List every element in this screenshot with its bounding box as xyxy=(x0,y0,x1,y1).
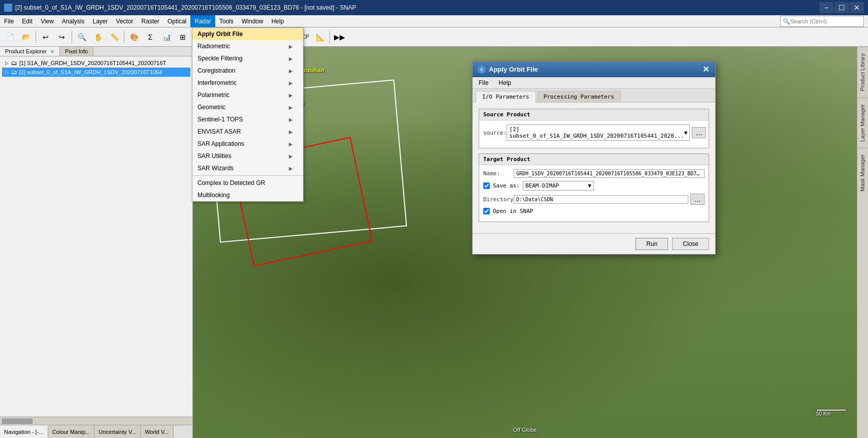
scroll-thumb[interactable] xyxy=(2,419,32,424)
source-input-group: [2] subset_0_of_S1A_IW_GRDH_1SDV_2020071… xyxy=(507,124,706,141)
dd-speckle-filtering[interactable]: Speckle Filtering ▶ xyxy=(192,52,303,65)
ruler-button[interactable]: 📏 xyxy=(107,29,122,45)
menu-analysis[interactable]: Analysis xyxy=(58,15,89,27)
tab-uncertainty[interactable]: Uncertainty V... xyxy=(94,425,141,438)
format-dropdown[interactable]: BEAM-DIMAP ▼ xyxy=(523,181,594,191)
dd-sentinel-tops[interactable]: Sentinel-1 TOPS ▶ xyxy=(192,113,303,126)
dialog-menu-file[interactable]: File xyxy=(477,78,490,87)
sentinel-tops-label: Sentinel-1 TOPS xyxy=(197,116,243,123)
menu-radar[interactable]: Radar xyxy=(190,15,215,27)
coregistration-label: Coregistration xyxy=(197,67,236,74)
minimize-button[interactable]: − xyxy=(819,2,833,13)
product-explorer[interactable]: ▷ 🗂 [1] S1A_IW_GRDH_1SDV_20200716T105441… xyxy=(0,56,192,417)
right-panels: Product Library Layer Manager Mask Manag… xyxy=(857,47,868,438)
save-as-checkbox[interactable] xyxy=(483,182,490,189)
dialog-menu-help[interactable]: Help xyxy=(496,78,513,87)
menu-tools[interactable]: Tools xyxy=(215,15,238,27)
menu-edit[interactable]: Edit xyxy=(18,15,37,27)
tab-world-view[interactable]: World V... xyxy=(141,425,173,438)
menu-window[interactable]: Window xyxy=(238,15,268,27)
apply-orbit-file-label: Apply Orbit File xyxy=(197,30,243,38)
dd-sar-applications[interactable]: SAR Applications ▶ xyxy=(192,138,303,150)
sar-app-arrow: ▶ xyxy=(289,141,293,147)
menu-layer[interactable]: Layer xyxy=(89,15,112,27)
dd-geometric[interactable]: Geometric ▶ xyxy=(192,101,303,113)
undo-button[interactable]: ↩ xyxy=(38,29,53,45)
radar-dropdown: Apply Orbit File Radiometric ▶ Speckle F… xyxy=(192,27,304,202)
right-panel-mask-manager[interactable]: Mask Manager xyxy=(857,148,869,198)
directory-field[interactable]: D:\Data\CSDN xyxy=(514,195,688,204)
horizontal-scrollbar[interactable] xyxy=(0,417,192,425)
dd-complex-detected[interactable]: Complex to Detected GR xyxy=(192,177,303,189)
geometric-arrow: ▶ xyxy=(289,105,293,110)
tab-product-explorer[interactable]: Product Explorer ✕ xyxy=(0,47,60,56)
source-label: source: xyxy=(483,130,507,136)
dd-multilooking[interactable]: Multilooking xyxy=(192,189,303,201)
tab-colour-manip[interactable]: Colour Manip... xyxy=(48,425,95,438)
source-product-title: Source Product xyxy=(479,109,709,120)
dd-interferometric[interactable]: Interferometric ▶ xyxy=(192,77,303,89)
dd-apply-orbit-file[interactable]: Apply Orbit File xyxy=(192,28,303,40)
close-window-button[interactable]: ✕ xyxy=(850,2,864,13)
dd-polarimetric[interactable]: Polarimetric ▶ xyxy=(192,89,303,101)
source-dropdown[interactable]: [2] subset_0_of_S1A_IW_GRDH_1SDV_2020071… xyxy=(507,124,690,141)
pan-button[interactable]: ✋ xyxy=(90,29,106,45)
expand-icon-2: ▷ xyxy=(4,70,9,75)
toolbar: 📄 📂 ↩ ↪ 🔍 ✋ 📏 🎨 Σ 📊 ⊞ 📌 GCP 📈 ✏ ↖ 🔍 GCP … xyxy=(0,27,868,47)
color-button[interactable]: 🎨 xyxy=(126,29,142,45)
map-footer: Off Globe xyxy=(513,427,537,433)
product-label-1: [1] S1A_IW_GRDH_1SDV_20200716T105441_202… xyxy=(19,60,166,66)
measure-button[interactable]: 📐 xyxy=(312,29,327,45)
dialog-tab-io[interactable]: I/O Parameters xyxy=(476,91,536,103)
more-button[interactable]: ▶▶ xyxy=(332,29,347,45)
dd-sar-utilities[interactable]: SAR Utilities ▶ xyxy=(192,150,303,162)
dd-envisat-asar[interactable]: ENVISAT ASAR ▶ xyxy=(192,126,303,138)
new-button[interactable]: 📄 xyxy=(2,29,17,45)
radiometric-label: Radiometric xyxy=(197,43,230,50)
target-product-title: Target Product xyxy=(479,154,709,165)
run-button[interactable]: Run xyxy=(636,238,668,250)
dialog-menubar: File Help xyxy=(473,77,715,89)
menu-raster[interactable]: Raster xyxy=(138,15,163,27)
toolbar-separator-1 xyxy=(36,31,36,43)
statistics-button[interactable]: Σ xyxy=(143,29,158,45)
scatter-button[interactable]: ⊞ xyxy=(175,29,190,45)
open-in-snap-checkbox[interactable] xyxy=(483,208,490,214)
dd-radiometric[interactable]: Radiometric ▶ xyxy=(192,40,303,52)
dialog-tab-processing[interactable]: Processing Parameters xyxy=(537,91,621,102)
source-browse-button[interactable]: … xyxy=(692,127,706,138)
search-input[interactable] xyxy=(790,18,861,24)
tree-item-2[interactable]: ▷ 🗂 [2] subset_0_of_S1A_IW_GRDH_1SDV_202… xyxy=(2,68,190,77)
menu-help[interactable]: Help xyxy=(268,15,288,27)
right-panel-product-library[interactable]: Product Library xyxy=(857,47,869,98)
dialog-titlebar: c Apply Orbit File ✕ xyxy=(473,61,715,77)
tab-pixel-info[interactable]: Pixel Info xyxy=(60,47,93,56)
menu-optical[interactable]: Optical xyxy=(163,15,190,27)
histogram-button[interactable]: 📊 xyxy=(159,29,174,45)
close-product-explorer-icon[interactable]: ✕ xyxy=(50,49,54,54)
target-name-field[interactable]: GRDH_1SDV_20200716T105441_20200716T10550… xyxy=(514,169,705,178)
window-title: [2] subset_0_of_S1A_IW_GRDH_1SDV_2020071… xyxy=(15,4,356,11)
dialog-close-button[interactable]: ✕ xyxy=(702,65,710,74)
maximize-button[interactable]: ☐ xyxy=(834,2,849,13)
window-controls: − ☐ ✕ xyxy=(819,2,864,13)
multilooking-label: Multilooking xyxy=(197,192,229,199)
dd-coregistration[interactable]: Coregistration ▶ xyxy=(192,65,303,77)
tab-navigation[interactable]: Navigation - [-... xyxy=(0,425,48,438)
left-panel: Product Explorer ✕ Pixel Info ▷ 🗂 [1] S1… xyxy=(0,47,193,438)
menu-vector[interactable]: Vector xyxy=(112,15,138,27)
directory-browse-button[interactable]: … xyxy=(690,194,705,205)
close-button[interactable]: Close xyxy=(672,238,709,250)
menu-view[interactable]: View xyxy=(37,15,58,27)
redo-button[interactable]: ↪ xyxy=(54,29,70,45)
open-button[interactable]: 📂 xyxy=(18,29,34,45)
interferometric-arrow: ▶ xyxy=(289,80,293,86)
dd-sar-wizards[interactable]: SAR Wizards ▶ xyxy=(192,162,303,174)
right-panel-layer-manager[interactable]: Layer Manager xyxy=(857,98,869,148)
menu-bar: File Edit View Analysis Layer Vector Ras… xyxy=(0,15,868,27)
directory-label: Directory: xyxy=(483,196,514,203)
menu-file[interactable]: File xyxy=(0,15,18,27)
zoom-button[interactable]: 🔍 xyxy=(74,29,89,45)
tree-item-1[interactable]: ▷ 🗂 [1] S1A_IW_GRDH_1SDV_20200716T105441… xyxy=(2,58,190,68)
toolbar-separator-2 xyxy=(72,31,72,43)
